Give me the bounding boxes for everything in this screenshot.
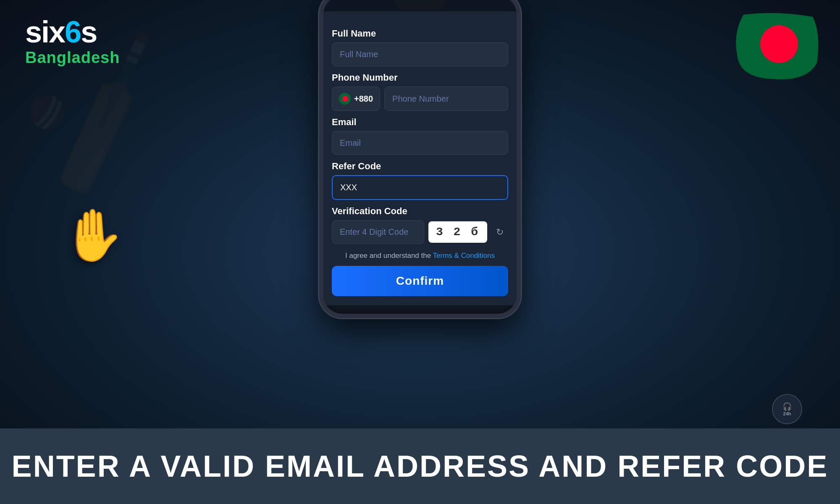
phone-flag-dot xyxy=(342,96,348,102)
terms-row: I agree and understand the Terms & Condi… xyxy=(332,252,508,260)
phone-prefix-text: +880 xyxy=(354,94,373,104)
support-inner: 🎧 24h xyxy=(782,402,792,416)
phone-screen: Full Name Phone Number +880 xyxy=(323,11,517,305)
logo-container: six6s Bangladesh xyxy=(25,17,120,67)
logo-text-six: six xyxy=(25,15,65,49)
phone-prefix[interactable]: +880 xyxy=(332,87,380,111)
phone-field-row: +880 xyxy=(332,87,508,111)
bangladesh-flag xyxy=(739,17,815,76)
hand-pointer: 🤚 xyxy=(61,206,124,265)
phone-number-section: Phone Number +880 xyxy=(332,72,508,111)
logo-bangladesh: Bangladesh xyxy=(25,49,120,67)
refresh-captcha-button[interactable]: ↻ xyxy=(491,224,508,241)
verification-row: 3 2 б ↻ xyxy=(332,220,508,244)
phone-flag-icon xyxy=(339,93,351,105)
bottom-banner-text: ENTER A VALID EMAIL ADDRESS AND REFER CO… xyxy=(12,449,829,483)
full-name-label: Full Name xyxy=(332,28,508,39)
confirm-button[interactable]: Confirm xyxy=(332,266,508,296)
email-label: Email xyxy=(332,117,508,128)
terms-link[interactable]: Terms & Conditions xyxy=(433,252,495,260)
phone-mockup: Full Name Phone Number +880 xyxy=(319,0,521,318)
phone-notch-area xyxy=(323,0,517,10)
terms-text: I agree and understand the xyxy=(345,252,433,260)
flag-svg xyxy=(735,13,819,80)
support-button[interactable]: 🎧 24h xyxy=(772,394,802,424)
verification-section: Verification Code 3 2 б ↻ xyxy=(332,206,508,244)
full-name-section: Full Name xyxy=(332,28,508,66)
refer-code-input[interactable] xyxy=(332,175,508,200)
email-input[interactable] xyxy=(332,131,508,155)
headset-icon: 🎧 xyxy=(782,402,792,411)
screen-fade xyxy=(332,11,508,24)
phone-input[interactable] xyxy=(384,87,508,111)
captcha-display: 3 2 б xyxy=(428,221,487,243)
support-label: 24h xyxy=(783,411,791,416)
phone-mockup-container: Full Name Phone Number +880 xyxy=(319,0,521,318)
verification-label: Verification Code xyxy=(332,206,508,217)
svg-point-0 xyxy=(760,25,798,63)
full-name-input[interactable] xyxy=(332,42,508,66)
verification-input[interactable] xyxy=(332,220,424,244)
phone-number-label: Phone Number xyxy=(332,72,508,83)
email-section: Email xyxy=(332,117,508,155)
refer-code-section: Refer Code xyxy=(332,161,508,200)
logo-text-6: 6 xyxy=(65,15,81,49)
refer-code-label: Refer Code xyxy=(332,161,508,172)
logo-main: six6s xyxy=(25,17,97,47)
phone-notch xyxy=(395,0,445,9)
logo-text-s: s xyxy=(81,15,97,49)
bottom-banner: ENTER A VALID EMAIL ADDRESS AND REFER CO… xyxy=(0,428,840,504)
